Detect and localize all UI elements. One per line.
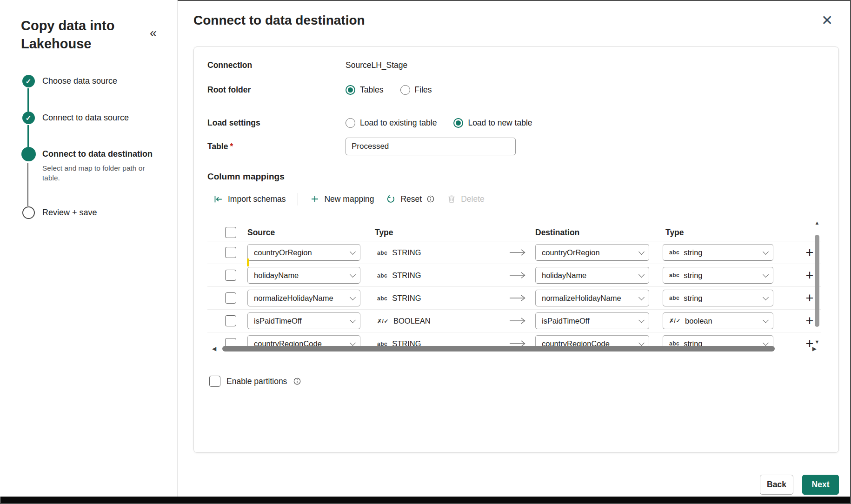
source-type-value: STRING <box>392 294 421 303</box>
close-icon[interactable]: ✕ <box>821 12 833 28</box>
reset-button[interactable]: Reset <box>386 194 435 204</box>
radio-unselected-icon <box>400 85 410 95</box>
arrow-right-icon <box>509 317 526 325</box>
radio-tables[interactable]: Tables <box>346 85 384 95</box>
window-bottom-edge <box>1 497 850 503</box>
abc-icon: abc <box>669 249 679 256</box>
step-connector <box>27 125 29 147</box>
trash-icon <box>447 194 456 204</box>
scroll-up-icon[interactable]: ▲ <box>813 220 821 225</box>
destination-type-dropdown[interactable]: abc string <box>663 244 773 261</box>
step-active-icon <box>21 147 36 161</box>
row-checkbox[interactable] <box>225 315 236 326</box>
next-button[interactable]: Next <box>802 475 839 495</box>
destination-type-dropdown[interactable]: abc string <box>663 290 773 306</box>
radio-load-new-table[interactable]: Load to new table <box>453 118 532 128</box>
radio-files[interactable]: Files <box>400 85 432 95</box>
mapping-row: isPaidTimeOff ✗/✓ BOOLEAN isPaidTimeOff … <box>207 310 821 332</box>
reset-icon <box>386 194 396 204</box>
plus-icon <box>310 194 319 204</box>
abc-icon: abc <box>377 295 387 301</box>
connection-label: Connection <box>207 60 346 70</box>
row-checkbox[interactable] <box>225 247 236 258</box>
destination-form-card: Connection SourceLH_Stage Root folder Ta… <box>193 46 839 453</box>
step-description: Select and map to folder path or table. <box>42 164 159 183</box>
scroll-down-icon[interactable]: ▼ <box>813 339 821 345</box>
row-checkbox[interactable] <box>225 270 236 281</box>
destination-type-dropdown[interactable]: ✗/✓ boolean <box>663 312 773 329</box>
destination-dropdown[interactable]: countryOrRegion <box>535 244 649 261</box>
abc-icon: abc <box>669 295 679 301</box>
step-label: Connect to data source <box>42 113 129 123</box>
source-type-value: BOOLEAN <box>393 317 431 325</box>
delete-button[interactable]: Delete <box>447 194 485 204</box>
load-settings-row: Load settings Load to existing table Loa… <box>207 115 825 130</box>
scroll-left-icon[interactable]: ◀ <box>212 345 216 352</box>
copy-data-wizard-window: Copy data into Lakehouse « ✓ Choose data… <box>0 0 851 504</box>
delete-label: Delete <box>461 194 485 204</box>
scroll-right-icon[interactable]: ▶ <box>812 345 817 352</box>
check-icon: ✓ <box>26 114 32 122</box>
radio-label: Load to new table <box>468 118 532 128</box>
destination-dropdown[interactable]: holidayName <box>535 267 649 284</box>
source-column-header: Source <box>247 227 275 237</box>
step-pending-icon <box>22 206 35 219</box>
mappings-toolbar: Import schemas New mapping Reset <box>213 191 485 207</box>
radio-selected-icon <box>346 85 355 95</box>
chevron-down-icon <box>763 249 769 255</box>
load-settings-radio-group: Load to existing table Load to new table <box>346 118 532 128</box>
abc-icon: abc <box>669 272 679 279</box>
source-dropdown[interactable]: normalizeHolidayName <box>247 290 360 306</box>
import-schemas-button[interactable]: Import schemas <box>213 194 286 204</box>
step-connect-data-source[interactable]: ✓ Connect to data source <box>21 112 129 124</box>
column-mappings-heading: Column mappings <box>207 172 285 182</box>
new-mapping-button[interactable]: New mapping <box>310 194 374 204</box>
abc-icon: abc <box>377 249 387 256</box>
mapping-rows: countryOrRegion abc STRING countryOrRegi… <box>207 241 821 347</box>
vertical-scrollbar[interactable]: ▲ ▼ <box>813 220 821 345</box>
step-choose-data-source[interactable]: ✓ Choose data source <box>21 75 117 87</box>
source-value: countryOrRegion <box>254 248 312 257</box>
horizontal-scrollbar-thumb[interactable] <box>222 346 775 351</box>
check-icon: ✓ <box>26 77 32 86</box>
info-icon <box>293 377 301 385</box>
source-dropdown[interactable]: holidayName <box>247 267 360 284</box>
step-label: Choose data source <box>42 76 117 86</box>
chevron-down-icon <box>638 272 645 278</box>
chevron-down-icon <box>350 272 356 278</box>
radio-unselected-icon <box>346 118 355 128</box>
enable-partitions-label: Enable partitions <box>226 377 287 386</box>
select-all-checkbox[interactable] <box>225 227 236 238</box>
arrow-right-icon <box>509 294 526 302</box>
destination-type-dropdown[interactable]: abc string <box>663 267 773 284</box>
page-title: Connect to data destination <box>193 13 365 28</box>
radio-label: Files <box>415 85 432 95</box>
destination-value: countryOrRegion <box>542 248 600 257</box>
radio-load-existing-table[interactable]: Load to existing table <box>346 118 437 128</box>
source-type-cell: abc STRING <box>377 248 421 257</box>
source-type-cell: abc STRING <box>377 271 421 280</box>
step-connect-data-destination[interactable]: Connect to data destination <box>21 147 153 161</box>
destination-dropdown[interactable]: normalizeHolidayName <box>535 290 649 306</box>
row-checkbox[interactable] <box>225 292 236 304</box>
table-name-input[interactable] <box>346 138 516 155</box>
source-type-column-header: Type <box>375 227 393 237</box>
destination-type-value: string <box>684 294 702 303</box>
destination-type-column-header: Type <box>665 227 684 237</box>
collapse-sidebar-icon[interactable]: « <box>150 26 157 40</box>
destination-dropdown[interactable]: isPaidTimeOff <box>535 312 649 329</box>
back-button[interactable]: Back <box>760 475 793 495</box>
source-dropdown[interactable]: isPaidTimeOff <box>247 312 360 329</box>
vertical-scrollbar-thumb[interactable] <box>815 235 819 327</box>
source-dropdown[interactable]: countryOrRegion <box>247 244 360 261</box>
table-name-row: Table * <box>207 138 825 155</box>
enable-partitions-checkbox[interactable] <box>209 376 220 387</box>
import-schemas-label: Import schemas <box>228 194 286 204</box>
arrow-right-icon <box>509 272 526 279</box>
horizontal-scrollbar[interactable]: ◀ ▶ <box>212 345 817 353</box>
destination-type-value: string <box>684 248 702 257</box>
root-folder-label: Root folder <box>207 85 346 95</box>
text-cursor-artifact <box>247 259 249 266</box>
step-review-save[interactable]: Review + save <box>21 206 97 219</box>
destination-value: normalizeHolidayName <box>542 294 621 303</box>
